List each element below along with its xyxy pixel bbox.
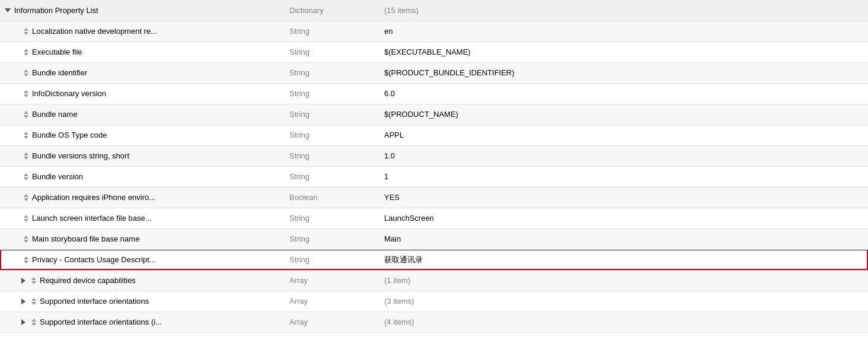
key-cell: Launch screen interface file base... xyxy=(0,208,285,228)
value-cell: 1.0 xyxy=(379,145,868,166)
type-label: String xyxy=(289,151,309,160)
stepper-down-icon[interactable] xyxy=(24,261,28,263)
stepper-control[interactable] xyxy=(24,236,28,243)
type-label: String xyxy=(289,234,309,243)
stepper-down-icon[interactable] xyxy=(24,177,28,180)
table-row-row-required-capabilities: Required device capabilitiesArray(1 item… xyxy=(0,270,868,291)
key-cell: Main storyboard file base name xyxy=(0,228,285,249)
stepper-up-icon[interactable] xyxy=(24,69,28,72)
stepper-up-icon[interactable] xyxy=(31,319,36,322)
value-cell: 1 xyxy=(379,166,868,187)
value-cell: (4 items) xyxy=(379,312,868,332)
stepper-down-icon[interactable] xyxy=(24,198,28,201)
stepper-up-icon[interactable] xyxy=(31,298,36,301)
stepper-control[interactable] xyxy=(24,49,28,56)
stepper-up-icon[interactable] xyxy=(24,49,28,52)
stepper-control[interactable] xyxy=(31,298,36,305)
stepper-control[interactable] xyxy=(24,69,28,77)
key-cell: Bundle versions string, short xyxy=(0,145,285,166)
stepper-up-icon[interactable] xyxy=(24,173,28,176)
value-label: APPL xyxy=(384,131,404,139)
stepper-control[interactable] xyxy=(24,28,28,35)
key-cell: Required device capabilities xyxy=(0,270,285,291)
stepper-control[interactable] xyxy=(31,277,36,284)
type-label: String xyxy=(289,27,309,36)
header-key-cell: Information Property List xyxy=(0,0,285,21)
stepper-up-icon[interactable] xyxy=(24,215,28,218)
stepper-down-icon[interactable] xyxy=(31,302,36,305)
value-label: $(PRODUCT_NAME) xyxy=(384,110,458,119)
expand-row-icon[interactable] xyxy=(21,278,25,284)
stepper-up-icon[interactable] xyxy=(24,256,28,259)
type-label: String xyxy=(289,131,309,139)
stepper-down-icon[interactable] xyxy=(24,240,28,243)
table-row-row-bundle-version-short: Bundle versions string, shortString1.0 xyxy=(0,145,868,166)
type-cell: String xyxy=(285,249,379,270)
table-row-row-bundle-name: Bundle nameString$(PRODUCT_NAME) xyxy=(0,104,868,125)
stepper-down-icon[interactable] xyxy=(24,53,28,56)
header-type-cell: Dictionary xyxy=(285,0,379,21)
stepper-control[interactable] xyxy=(24,215,28,222)
type-cell: Array xyxy=(285,270,379,291)
key-cell: Supported interface orientations (i... xyxy=(0,312,285,332)
type-label: String xyxy=(289,68,309,77)
value-cell: YES xyxy=(379,187,868,208)
stepper-up-icon[interactable] xyxy=(24,111,28,114)
stepper-down-icon[interactable] xyxy=(24,157,28,160)
stepper-up-icon[interactable] xyxy=(31,277,36,280)
stepper-up-icon[interactable] xyxy=(24,90,28,93)
stepper-up-icon[interactable] xyxy=(24,236,28,239)
table-row-row-localization: Localization native development re...Str… xyxy=(0,21,868,42)
stepper-control[interactable] xyxy=(24,153,28,160)
value-label: YES xyxy=(384,193,400,202)
stepper-control[interactable] xyxy=(24,194,28,201)
stepper-control[interactable] xyxy=(24,256,28,263)
stepper-down-icon[interactable] xyxy=(31,323,36,326)
stepper-control[interactable] xyxy=(31,319,36,326)
type-label: String xyxy=(289,110,309,119)
type-cell: String xyxy=(285,208,379,228)
table-row-row-executable: Executable fileString$(EXECUTABLE_NAME) xyxy=(0,42,868,62)
stepper-up-icon[interactable] xyxy=(24,28,28,31)
key-label: Supported interface orientations (i... xyxy=(40,317,162,326)
type-cell: String xyxy=(285,166,379,187)
stepper-control[interactable] xyxy=(24,132,28,139)
stepper-control[interactable] xyxy=(24,173,28,180)
stepper-down-icon[interactable] xyxy=(31,281,36,284)
type-cell: String xyxy=(285,145,379,166)
value-label: (1 item) xyxy=(384,276,410,285)
stepper-control[interactable] xyxy=(24,90,28,97)
expand-row-icon[interactable] xyxy=(21,319,25,325)
stepper-down-icon[interactable] xyxy=(24,32,28,35)
table-row-row-main-storyboard: Main storyboard file base nameStringMain xyxy=(0,228,868,249)
key-cell: Privacy - Contacts Usage Descript... xyxy=(0,249,285,270)
stepper-down-icon[interactable] xyxy=(24,94,28,97)
header-row: Information Property List Dictionary (15… xyxy=(0,0,868,21)
stepper-down-icon[interactable] xyxy=(24,115,28,118)
stepper-up-icon[interactable] xyxy=(24,153,28,155)
value-cell: $(EXECUTABLE_NAME) xyxy=(379,42,868,62)
type-cell: String xyxy=(285,104,379,125)
type-label: Boolean xyxy=(289,193,318,202)
stepper-up-icon[interactable] xyxy=(24,194,28,197)
table-row-row-infodictionary: InfoDictionary versionString6.0 xyxy=(0,83,868,104)
stepper-down-icon[interactable] xyxy=(24,74,28,77)
stepper-up-icon[interactable] xyxy=(24,132,28,135)
value-label: (3 items) xyxy=(384,297,414,306)
type-label: Array xyxy=(289,317,308,326)
key-label: Bundle version xyxy=(32,172,83,181)
expand-icon[interactable] xyxy=(5,8,11,12)
value-label: $(EXECUTABLE_NAME) xyxy=(384,47,471,56)
expand-row-icon[interactable] xyxy=(21,298,25,304)
value-cell: (3 items) xyxy=(379,291,868,312)
type-cell: Boolean xyxy=(285,187,379,208)
value-label: 1.0 xyxy=(384,151,395,160)
key-cell: Bundle version xyxy=(0,166,285,187)
stepper-control[interactable] xyxy=(24,111,28,118)
stepper-down-icon[interactable] xyxy=(24,219,28,222)
stepper-down-icon[interactable] xyxy=(24,136,28,139)
table-row-row-privacy-contacts: Privacy - Contacts Usage Descript...Stri… xyxy=(0,249,868,270)
value-label: $(PRODUCT_BUNDLE_IDENTIFIER) xyxy=(384,68,515,77)
type-label: String xyxy=(289,255,309,264)
type-cell: Array xyxy=(285,312,379,332)
